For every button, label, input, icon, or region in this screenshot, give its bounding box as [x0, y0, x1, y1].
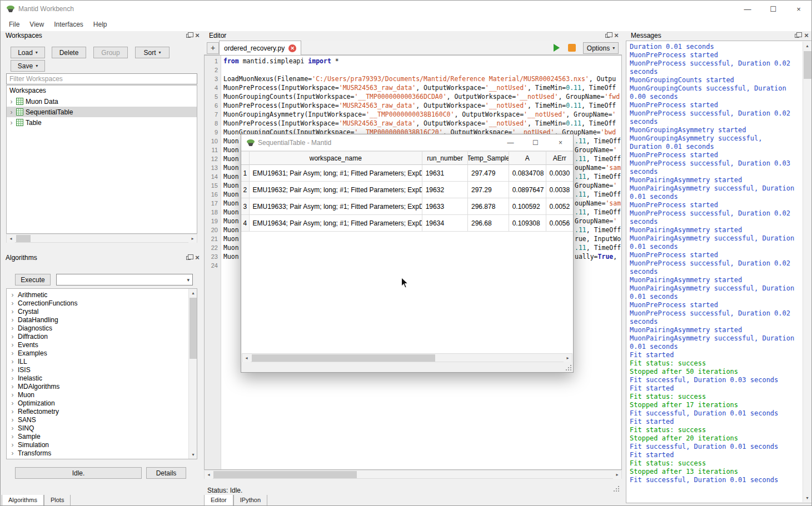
file-tab[interactable]: ordered_recovery.py ✕ — [219, 41, 301, 55]
maximize-icon[interactable]: ☐ — [523, 134, 548, 151]
code-line[interactable]: 8MuonPreProcess(InputWorkspace='MUSR2456… — [205, 119, 621, 128]
expand-icon[interactable]: › — [10, 408, 15, 416]
scroll-down-icon[interactable]: ▾ — [803, 494, 811, 502]
expand-icon[interactable]: › — [10, 291, 15, 299]
expand-icon[interactable]: › — [10, 366, 15, 374]
execute-button[interactable]: Execute — [15, 274, 51, 285]
row-number[interactable]: 4 — [241, 215, 250, 232]
abort-icon[interactable] — [568, 44, 576, 52]
row-number[interactable]: 3 — [241, 198, 250, 215]
algorithm-category-crystal[interactable]: ›Crystal — [8, 308, 187, 316]
table-hscrollbar[interactable]: ◂ ▸ — [242, 353, 572, 362]
algorithm-category-mdalgorithms[interactable]: ›MDAlgorithms — [8, 383, 187, 391]
close-icon[interactable]: × — [786, 1, 811, 17]
menu-file[interactable]: File — [4, 19, 24, 30]
expand-icon[interactable]: › — [10, 416, 15, 424]
resize-grip[interactable] — [565, 364, 572, 371]
scroll-right-icon[interactable]: ▸ — [564, 354, 572, 362]
code-line[interactable]: 4MuonPreProcess(InputWorkspace='MUSR2456… — [205, 83, 621, 92]
expand-icon[interactable]: › — [10, 299, 15, 308]
tab-close-icon[interactable]: ✕ — [288, 44, 296, 52]
row-number[interactable]: 2 — [241, 182, 250, 198]
row-number[interactable]: 1 — [241, 165, 250, 182]
table-cell[interactable]: 296.878 — [468, 198, 509, 215]
expand-icon[interactable]: › — [10, 374, 15, 383]
algorithm-category-sample[interactable]: ›Sample — [8, 433, 187, 441]
run-icon[interactable] — [554, 44, 560, 52]
algorithm-category-events[interactable]: ›Events — [8, 341, 187, 349]
tab-algorithms[interactable]: Algorithms — [2, 495, 44, 506]
close-icon[interactable]: × — [613, 32, 620, 39]
expand-icon[interactable]: › — [9, 98, 14, 106]
table-cell[interactable]: 296.68 — [468, 215, 509, 232]
code-line[interactable]: 7MuonGroupingAsymmetry(InputWorkspace='_… — [205, 110, 621, 119]
table-cell[interactable]: 0.0052 — [546, 198, 573, 215]
algorithm-category-reflectometry[interactable]: ›Reflectometry — [8, 408, 187, 416]
expand-icon[interactable]: › — [10, 441, 15, 449]
close-icon[interactable]: × — [548, 134, 573, 151]
expand-icon[interactable]: › — [10, 349, 15, 358]
scroll-down-icon[interactable]: ▾ — [189, 450, 197, 459]
expand-icon[interactable]: › — [10, 333, 15, 341]
expand-icon[interactable]: › — [10, 449, 15, 458]
table-cell[interactable]: 0.0030 — [546, 165, 573, 182]
expand-icon[interactable]: › — [10, 316, 15, 324]
save-button[interactable]: Save▾ — [11, 60, 45, 72]
table-cell[interactable]: EMU19632; Pair Asym; long; #1; Fitted Pa… — [250, 182, 422, 198]
table-header-row[interactable]: workspace_name run_number Temp_Sample A … — [241, 151, 573, 165]
scroll-left-icon[interactable]: ◂ — [7, 234, 15, 243]
scroll-left-icon[interactable]: ◂ — [242, 354, 251, 362]
table-row[interactable]: 4EMU19634; Pair Asym; long; #1; Fitted P… — [241, 215, 573, 232]
expand-icon[interactable]: › — [9, 108, 14, 116]
menu-view[interactable]: View — [24, 19, 49, 30]
expand-icon[interactable]: › — [10, 308, 15, 316]
code-line[interactable]: 1from mantid.simpleapi import * — [205, 57, 621, 66]
close-icon[interactable]: × — [803, 32, 810, 39]
scrollbar-thumb[interactable] — [213, 471, 357, 478]
table-cell[interactable]: 0.0897647 — [509, 182, 546, 198]
code-line[interactable]: 3LoadMuonNexus(Filename='C:/Users/pra793… — [205, 74, 621, 83]
messages-vscrollbar[interactable]: ▴ ▾ — [803, 42, 811, 502]
scroll-right-icon[interactable]: ▸ — [188, 234, 197, 243]
table-row[interactable]: 1EMU19631; Pair Asym; long; #1; Fitted P… — [241, 165, 573, 182]
scrollbar-thumb[interactable] — [804, 51, 811, 79]
float-icon[interactable] — [795, 34, 799, 38]
algorithm-category-correctionfunctions[interactable]: ›CorrectionFunctions — [8, 299, 187, 308]
algorithm-category-optimization[interactable]: ›Optimization — [8, 399, 187, 408]
column-header[interactable]: A — [509, 151, 546, 165]
options-button[interactable]: Options▾ — [583, 42, 619, 54]
expand-icon[interactable]: › — [10, 341, 15, 349]
expand-icon[interactable]: › — [10, 358, 15, 366]
algorithm-category-arithmetic[interactable]: ›Arithmetic — [8, 291, 187, 299]
new-tab-button[interactable]: + — [207, 42, 219, 54]
table-cell[interactable]: EMU19633; Pair Asym; long; #1; Fitted Pa… — [250, 198, 422, 215]
expand-icon[interactable]: › — [10, 424, 15, 433]
float-icon[interactable] — [186, 34, 191, 38]
column-header[interactable]: Temp_Sample — [468, 151, 509, 165]
editor-hscrollbar[interactable]: ◂ ▸ — [204, 470, 622, 479]
code-line[interactable]: 2 — [205, 66, 621, 74]
expand-icon[interactable]: › — [9, 119, 14, 127]
algorithm-category-examples[interactable]: ›Examples — [8, 349, 187, 358]
column-header[interactable]: workspace_name — [250, 151, 423, 165]
table-cell[interactable]: EMU19634; Pair Asym; long; #1; Fitted Pa… — [250, 215, 422, 232]
algorithm-category-isis[interactable]: ›ISIS — [8, 366, 187, 374]
expand-icon[interactable]: › — [10, 324, 15, 333]
algorithm-category-muon[interactable]: ›Muon — [8, 391, 187, 399]
tab-ipython[interactable]: IPython — [233, 495, 267, 506]
scroll-right-icon[interactable]: ▸ — [613, 470, 621, 479]
algorithm-category-diagnostics[interactable]: ›Diagnostics — [8, 324, 187, 333]
close-icon[interactable]: × — [194, 254, 201, 262]
workspace-item-muon-data[interactable]: ›Muon Data — [7, 96, 197, 107]
minimize-icon[interactable]: — — [735, 1, 760, 17]
scrollbar-thumb[interactable] — [190, 298, 197, 359]
workspace-item-table[interactable]: ›Table — [7, 117, 197, 128]
column-header[interactable]: run_number — [422, 151, 468, 165]
table-cell[interactable]: 19631 — [422, 165, 468, 182]
tab-plots[interactable]: Plots — [44, 495, 71, 506]
filter-workspaces-input[interactable] — [6, 73, 197, 84]
idle-button[interactable]: Idle. — [15, 467, 142, 479]
scroll-up-icon[interactable]: ▴ — [803, 42, 811, 50]
table-row[interactable]: 2EMU19632; Pair Asym; long; #1; Fitted P… — [241, 182, 573, 198]
scroll-left-icon[interactable]: ◂ — [205, 470, 213, 479]
